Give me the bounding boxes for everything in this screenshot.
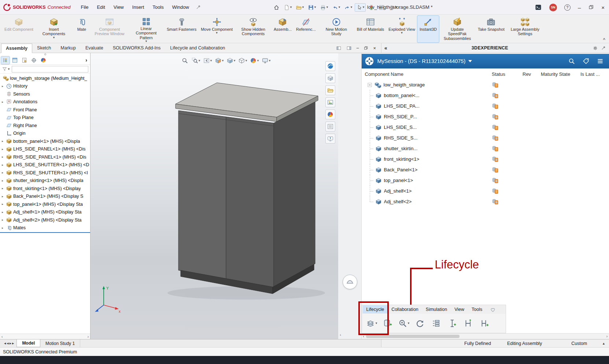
ribbon-linear-component-pattern-button[interactable]: Linear Component Pattern▾ <box>128 16 165 42</box>
session-title[interactable]: MySession - (DS - R1132102444075) <box>377 58 565 64</box>
tree-item-shutter-skirting-1-mhs-displa[interactable]: ▸shutter_skirting<1> (MHS) <Displa <box>0 177 90 185</box>
expand-arrow-icon[interactable]: ▸ <box>2 218 6 222</box>
collapse-panel-button[interactable]: « <box>384 45 387 51</box>
toolbar-tab-view[interactable]: View <box>451 305 468 313</box>
appearances-button[interactable] <box>325 109 335 119</box>
status-modified-icon[interactable] <box>492 156 499 163</box>
column-is-last[interactable]: Is Last ... <box>580 71 609 77</box>
undo-button[interactable]: ▾ <box>331 3 342 12</box>
status-modified-icon[interactable] <box>492 166 499 173</box>
heart-icon[interactable] <box>490 306 496 313</box>
status-modified-icon[interactable] <box>492 177 499 184</box>
component-list-button[interactable] <box>325 122 335 131</box>
component-row-top-panel-1[interactable]: top_panel<1> <box>362 175 609 186</box>
tab-sketch[interactable]: Sketch <box>32 43 56 53</box>
dropdown-caret-icon[interactable]: ▾ <box>53 36 55 39</box>
zoom-fit-button[interactable] <box>181 57 188 64</box>
tab-motion-study[interactable]: Motion Study 1 <box>40 339 80 347</box>
expand-arrow-icon[interactable]: ▸ <box>2 163 6 167</box>
property-tab[interactable] <box>11 56 19 64</box>
ribbon-new-motion-study-button[interactable]: New Motion Study <box>318 16 355 42</box>
dx-apps-button[interactable] <box>325 61 335 71</box>
expand-arrow-icon[interactable]: ▸ <box>2 148 6 151</box>
help-button[interactable]: ? <box>564 4 571 11</box>
new-document-button[interactable]: ▾ <box>282 3 293 12</box>
close-button[interactable]: × <box>601 5 605 10</box>
status-modified-icon[interactable] <box>492 187 499 194</box>
panel-pin-icon[interactable] <box>601 45 606 51</box>
save-button[interactable]: ▾ <box>306 3 317 12</box>
expand-arrow-icon[interactable]: ▸ <box>2 140 6 143</box>
dimxpert-tab[interactable] <box>30 56 38 64</box>
tab-model[interactable]: Model <box>16 339 40 347</box>
display-style-button[interactable]: ▾ <box>238 57 247 64</box>
command-console-icon[interactable] <box>535 4 542 11</box>
ribbon-exploded-view-button[interactable]: Exploded View▾ <box>386 16 417 42</box>
collapse-ribbon-button[interactable]: ^ <box>603 37 605 42</box>
scroll-left-icon[interactable]: ‹ <box>1 335 3 339</box>
menu-edit[interactable]: Edit <box>97 4 105 10</box>
tree-item-lhs-side-panel-1-mhs-dis[interactable]: ▸LHS_SIDE_PANEL<1> (MHS) <Dis <box>0 145 90 153</box>
tree-item-origin[interactable]: Origin <box>0 130 90 138</box>
hamburger-menu-icon[interactable] <box>597 57 604 65</box>
tree-item-front-plane[interactable]: Front Plane <box>0 106 90 114</box>
home-button[interactable] <box>272 3 281 12</box>
filter-funnel-icon[interactable] <box>2 66 7 72</box>
column-status[interactable]: Status <box>489 71 523 77</box>
ribbon-insert-components-button[interactable]: Insert Components▾ <box>36 16 72 42</box>
lifecycle-actions-button[interactable]: ▾ <box>363 315 380 332</box>
tab-solidworks-addins[interactable]: SOLIDWORKS Add-Ins <box>108 43 166 53</box>
panel-settings-gear-icon[interactable] <box>593 45 598 51</box>
component-row-rhs-side-p[interactable]: RHS_SIDE_P... <box>362 111 609 122</box>
tree-item-adj-shelf-1-mhs-display-sta[interactable]: ▸Adj_shelf<1> (MHS) <Display Sta <box>0 208 90 216</box>
synchronize-button[interactable] <box>412 315 428 332</box>
toolbar-tab-tools[interactable]: Tools <box>468 305 486 313</box>
revisions-button[interactable] <box>380 315 396 332</box>
status-modified-icon[interactable] <box>492 92 499 99</box>
view-settings-button[interactable]: ▾ <box>262 57 270 64</box>
expand-arrow-icon[interactable]: ▸ <box>2 100 6 104</box>
menu-view[interactable]: View <box>114 4 124 10</box>
previous-view-button[interactable]: ▾ <box>203 57 212 64</box>
dropdown-caret-icon[interactable]: ▾ <box>145 40 147 43</box>
expand-arrow-icon[interactable]: ▸ <box>2 85 6 88</box>
component-row-adj-shelf-2[interactable]: Adj_shelf<2> <box>362 196 609 207</box>
tree-item-top-panel-1-mhs-display-sta[interactable]: ▸top_panel<1> (MHS) <Display Sta <box>0 200 90 208</box>
features-tree-tab[interactable] <box>1 56 10 64</box>
search-icon[interactable] <box>568 57 575 65</box>
component-row-front-skirting-1[interactable]: front_skirting<1> <box>362 154 609 164</box>
redo-button[interactable]: ▾ <box>343 3 354 12</box>
dock-left-icon[interactable] <box>336 45 342 51</box>
tab-evaluate[interactable]: Evaluate <box>81 43 108 53</box>
scroll-right-icon[interactable]: › <box>606 334 608 338</box>
tree-item-low-heigth-storage-medium-height[interactable]: low_heigth_storage (Medium_Height_ <box>0 74 90 82</box>
user-avatar[interactable]: SN <box>549 4 557 11</box>
tree-item-annotations[interactable]: ▸Annotations <box>0 98 90 106</box>
tree-item-bottom-panel-1-mhs-displa[interactable]: ▸bottom_panel<1> (MHS) <Displa <box>0 137 90 145</box>
tag-icon[interactable] <box>582 57 590 65</box>
relations-button[interactable] <box>428 315 444 332</box>
status-modified-icon[interactable] <box>492 81 499 88</box>
configuration-selector[interactable]: Custom <box>571 341 587 346</box>
open-folder-button[interactable] <box>325 85 335 95</box>
display-tab[interactable] <box>39 56 48 64</box>
tree-item-back-panel-1-mhs-display-s[interactable]: ▸Back_Panel<1> (MHS) <Display S <box>0 193 90 201</box>
scrollbar-thumb[interactable] <box>366 335 459 338</box>
component-row-bottom-panel[interactable]: bottom_panel<... <box>362 90 609 101</box>
print-button[interactable]: ▾ <box>318 3 329 12</box>
menu-insert[interactable]: Insert <box>132 4 144 10</box>
status-modified-icon[interactable] <box>492 145 499 152</box>
ribbon-referenc-button[interactable]: Referenc... <box>294 16 318 42</box>
doc-minimize-button[interactable]: – <box>357 46 359 50</box>
menu-window[interactable]: Window <box>172 4 189 10</box>
replace-structure-button[interactable] <box>460 315 476 332</box>
tree-item-top-plane[interactable]: Top Plane <box>0 114 90 122</box>
component-row-back-panel-1[interactable]: Back_Panel<1> <box>362 164 609 175</box>
expand-arrow-icon[interactable]: ▸ <box>2 226 6 230</box>
ribbon-move-component-button[interactable]: Move Component▾ <box>199 16 235 42</box>
status-modified-icon[interactable] <box>492 113 499 120</box>
menu-tools[interactable]: Tools <box>152 4 163 10</box>
tab-nav-arrows[interactable]: ◀ ◀ ▶ ▶ <box>1 339 16 347</box>
toolbar-tab-lifecycle[interactable]: Lifecycle <box>363 305 388 313</box>
ribbon-mate-button[interactable]: Mate <box>72 16 91 42</box>
